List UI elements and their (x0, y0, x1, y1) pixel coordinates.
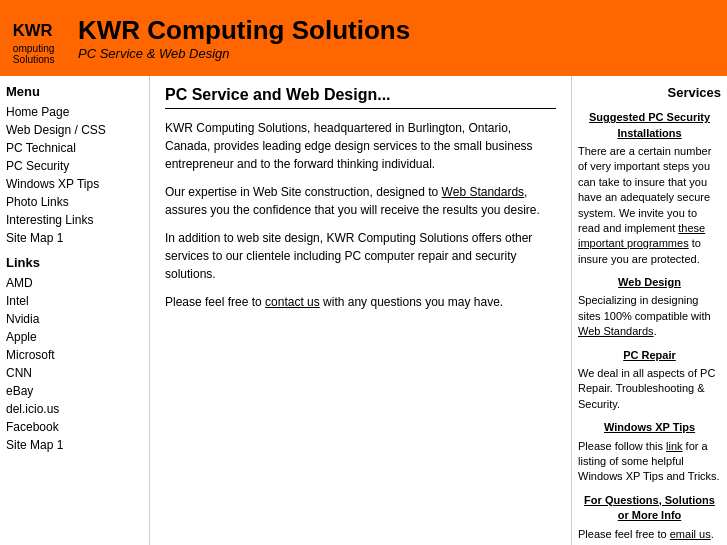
link-apple[interactable]: Apple (6, 328, 143, 346)
main-para-2: Our expertise in Web Site construction, … (165, 183, 556, 219)
svg-text:omputing: omputing (13, 43, 55, 54)
service-pcrepair-text: We deal in all aspects of PC Repair. Tro… (578, 366, 721, 412)
company-name: KWR Computing Solutions (78, 15, 410, 46)
nav-webdesign[interactable]: Web Design / CSS (6, 121, 143, 139)
nav-photo[interactable]: Photo Links (6, 193, 143, 211)
web-standards-link[interactable]: Web Standards (442, 185, 525, 199)
service-contact-title: For Questions, Solutions or More Info (578, 493, 721, 524)
service-pcsecurity-title: Suggested PC Security Installations (578, 110, 721, 141)
link-sitemap1[interactable]: Site Map 1 (6, 436, 143, 454)
link-facebook[interactable]: Facebook (6, 418, 143, 436)
service-pcrepair-title: PC Repair (578, 348, 721, 363)
main-content: PC Service and Web Design... KWR Computi… (150, 76, 572, 545)
main-para-1: KWR Computing Solutions, headquartered i… (165, 119, 556, 173)
sidebar: Menu Home Page Web Design / CSS PC Techn… (0, 76, 150, 545)
email-us-link[interactable]: email us (670, 528, 711, 540)
service-webdesign-text: Specializing in designing sites 100% com… (578, 293, 721, 339)
svg-text:KWR: KWR (13, 21, 53, 40)
header: KWR omputing Solutions KWR Computing Sol… (0, 0, 727, 76)
service-windowsxp-title: Windows XP Tips (578, 420, 721, 435)
services-title: Services (578, 84, 721, 102)
web-standards-link-2[interactable]: Web Standards (578, 325, 654, 337)
link-nvidia[interactable]: Nvidia (6, 310, 143, 328)
right-sidebar: Services Suggested PC Security Installat… (572, 76, 727, 545)
main-heading: PC Service and Web Design... (165, 86, 556, 109)
nav-pcsecurity[interactable]: PC Security (6, 157, 143, 175)
link-ebay[interactable]: eBay (6, 382, 143, 400)
important-programmes-link[interactable]: these important programmes (578, 222, 705, 249)
menu-title: Menu (6, 84, 143, 99)
link-microsoft[interactable]: Microsoft (6, 346, 143, 364)
main-para-3: In addition to web site design, KWR Comp… (165, 229, 556, 283)
logo-box: KWR omputing Solutions KWR Computing Sol… (10, 8, 410, 68)
svg-text:Solutions: Solutions (13, 54, 55, 65)
links-title: Links (6, 255, 143, 270)
service-contact-text: Please feel free to email us. (578, 527, 721, 542)
service-webdesign-title: Web Design (578, 275, 721, 290)
link-intel[interactable]: Intel (6, 292, 143, 310)
company-tagline: PC Service & Web Design (78, 46, 410, 61)
service-pcsecurity-text: There are a certain number of very impor… (578, 144, 721, 267)
nav-home[interactable]: Home Page (6, 103, 143, 121)
link-delicious[interactable]: del.icio.us (6, 400, 143, 418)
nav-interesting[interactable]: Interesting Links (6, 211, 143, 229)
header-text: KWR Computing Solutions PC Service & Web… (78, 15, 410, 61)
main-layout: Menu Home Page Web Design / CSS PC Techn… (0, 76, 727, 545)
xp-tips-link[interactable]: link (666, 440, 683, 452)
link-amd[interactable]: AMD (6, 274, 143, 292)
link-cnn[interactable]: CNN (6, 364, 143, 382)
nav-sitemap1[interactable]: Site Map 1 (6, 229, 143, 247)
nav-pctechnical[interactable]: PC Technical (6, 139, 143, 157)
nav-windowsxp[interactable]: Windows XP Tips (6, 175, 143, 193)
main-para-4: Please feel free to contact us with any … (165, 293, 556, 311)
logo-icon: KWR omputing Solutions (10, 8, 70, 68)
service-windowsxp-text: Please follow this link for a listing of… (578, 439, 721, 485)
contact-us-link[interactable]: contact us (265, 295, 320, 309)
